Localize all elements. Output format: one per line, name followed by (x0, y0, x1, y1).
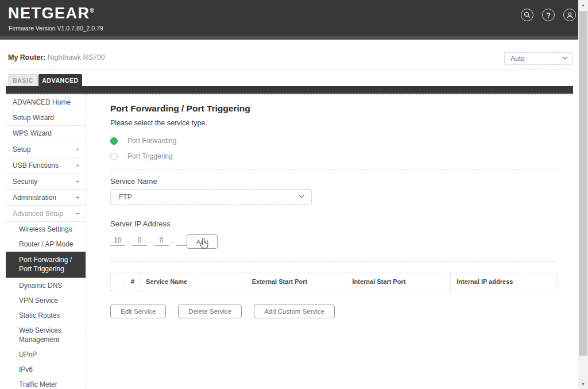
language-select[interactable]: Auto (504, 52, 573, 65)
services-table: # Service Name External Start Port Inter… (110, 272, 557, 291)
sidebar-item-security[interactable]: Security+ (6, 174, 86, 190)
sidebar-item-administration[interactable]: Administration+ (6, 190, 86, 206)
registered-mark: ® (90, 7, 94, 14)
sidebar-subitem-dynamic-dns[interactable]: Dynamic DNS (6, 278, 86, 293)
expand-plus-icon[interactable]: + (75, 177, 80, 186)
sidebar-subitem-port-forwarding[interactable]: Port Forwarding / Port Triggering (6, 252, 86, 278)
edit-service-button[interactable]: Edit Service (110, 305, 166, 318)
ip-octet-2-input[interactable] (132, 234, 147, 246)
sidebar-subitem-static-routes[interactable]: Static Routes (6, 308, 86, 323)
chevron-down-icon (563, 55, 567, 59)
port-forwarding-radio[interactable] (110, 137, 118, 145)
table-actions: Edit Service Delete Service Add Custom S… (110, 305, 335, 318)
tab-bar (6, 86, 573, 94)
service-name-label: Service Name (110, 177, 157, 186)
sidebar-subitem-upnp[interactable]: UPnP (6, 347, 86, 362)
sidebar-subitem-router-ap-mode[interactable]: Router / AP Mode (6, 237, 86, 252)
page-title: Port Forwarding / Port Triggering (110, 103, 250, 114)
mouse-cursor-icon (200, 237, 210, 250)
app-header: NETGEAR® Firmware Version V1.0.7.80_2.0.… (0, 0, 578, 36)
sidebar-subitem-web-services-management[interactable]: Web Services Management (6, 323, 86, 347)
netgear-logo: NETGEAR® (8, 5, 94, 22)
port-forwarding-label: Port Forwarding (127, 137, 176, 145)
divider (8, 70, 573, 70)
header-icons: ? (521, 9, 576, 21)
scroll-down-icon[interactable]: ▼ (578, 379, 588, 389)
service-name-select-value: FTP (119, 193, 132, 201)
external-start-port-column-header: External Start Port (246, 272, 346, 291)
search-icon[interactable] (521, 9, 533, 21)
delete-service-button[interactable]: Delete Service (178, 305, 242, 318)
port-triggering-radio[interactable] (110, 153, 118, 160)
language-select-value: Auto (510, 55, 525, 63)
account-icon[interactable] (563, 9, 576, 21)
sidebar-item-usb-functions[interactable]: USB Functions+ (6, 157, 86, 174)
port-triggering-option: Port Triggering (110, 152, 173, 160)
ip-octet-3-input[interactable] (154, 234, 169, 246)
scroll-up-icon[interactable]: ▲ (578, 0, 588, 10)
expand-plus-icon[interactable]: + (75, 161, 80, 170)
ip-octet-1-input[interactable] (110, 234, 125, 246)
sidebar-item-setup-wizard[interactable]: Setup Wizard (6, 110, 86, 126)
sidebar-item-advanced-setup[interactable]: Advanced Setup− (6, 206, 86, 222)
header-bottom-strip (0, 36, 578, 40)
router-info: My Router: Nighthawk RS700 (8, 53, 105, 61)
ip-dot: . (169, 237, 176, 246)
internal-start-port-column-header: Internal Start Port (346, 272, 451, 291)
port-forwarding-option: Port Forwarding (110, 137, 176, 145)
firmware-version: Firmware Version V1.0.7.80_2.0.79 (9, 25, 103, 32)
tab-advanced[interactable]: ADVANCED (38, 74, 82, 86)
add-custom-service-button[interactable]: Add Custom Service (254, 305, 335, 318)
sidebar-subitem-traffic-meter[interactable]: Traffic Meter (6, 377, 86, 389)
service-type-prompt: Please select the service type. (110, 119, 207, 127)
select-column-header (111, 272, 125, 291)
help-icon[interactable]: ? (542, 9, 555, 21)
scrollbar-thumb[interactable] (579, 11, 587, 356)
sidebar-item-wps-wizard[interactable]: WPS Wizard (6, 126, 86, 141)
sidebar-subitem-ipv6[interactable]: IPv6 (6, 362, 86, 377)
sidebar-subitem-wireless-settings[interactable]: Wireless Settings (6, 222, 86, 237)
sidebar-item-advanced-home[interactable]: ADVANCED Home (6, 95, 86, 110)
port-triggering-label: Port Triggering (127, 152, 173, 160)
collapse-minus-icon[interactable]: − (75, 209, 80, 218)
divider (6, 94, 573, 95)
my-router-label: My Router: (8, 53, 45, 61)
expand-plus-icon[interactable]: + (75, 145, 80, 153)
page: NETGEAR® Firmware Version V1.0.7.80_2.0.… (0, 0, 588, 389)
divider (110, 261, 557, 262)
sidebar-item-setup[interactable]: Setup+ (6, 141, 86, 157)
tab-basic[interactable]: BASIC (8, 74, 38, 86)
sidebar-subitem-vpn-service[interactable]: VPN Service (6, 293, 86, 308)
server-ip-inputs: . . . (110, 234, 191, 246)
internal-ip-address-column-header: Internal IP address (451, 272, 557, 291)
sidebar: ADVANCED Home Setup Wizard WPS Wizard Se… (6, 95, 86, 389)
scrollbar[interactable]: ▲ ▼ (578, 0, 588, 389)
chevron-down-icon (299, 192, 304, 197)
service-name-select[interactable]: FTP (110, 189, 312, 205)
number-column-header: # (125, 272, 140, 291)
ip-dot: . (147, 237, 154, 246)
service-name-column-header: Service Name (140, 272, 246, 291)
mode-tabs: BASIC ADVANCED (8, 74, 82, 86)
server-ip-label: Server IP Address (110, 219, 171, 228)
table-header-row: # Service Name External Start Port Inter… (111, 272, 557, 291)
divider (110, 169, 557, 170)
ip-dot: . (125, 237, 132, 246)
router-name: Nighthawk RS700 (48, 53, 105, 61)
expand-plus-icon[interactable]: + (75, 193, 80, 202)
